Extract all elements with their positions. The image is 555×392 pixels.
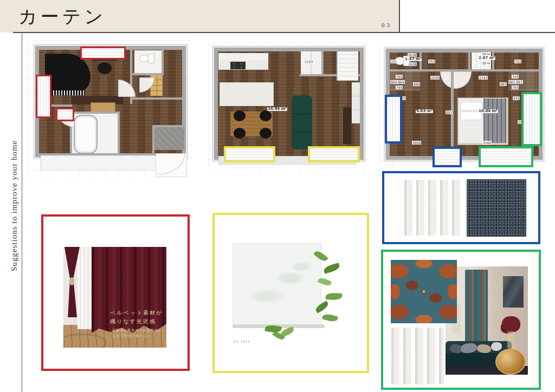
dim-label: 753 bbox=[428, 60, 435, 63]
leaf bbox=[325, 292, 342, 301]
velvet-curtain-photo: ベルベット素材が 織りなす光沢感 高級感と重厚感のある生地は まるで舞台の幕のよ… bbox=[63, 247, 166, 348]
floor-plan-ldk: 2103 24.94 m² bbox=[214, 48, 364, 160]
dim-label: 2038 bbox=[408, 62, 417, 66]
dim-label: 857 bbox=[446, 110, 453, 114]
entrance-tile bbox=[154, 127, 184, 150]
dim-label: 3974 bbox=[481, 52, 491, 56]
dim-label: 795 bbox=[396, 75, 403, 79]
header-bottom-rule bbox=[13, 32, 555, 33]
dining-chair bbox=[260, 110, 272, 121]
dim-label: 981 bbox=[500, 82, 507, 86]
curtain-tieback bbox=[69, 277, 74, 285]
dim-label: 864 864 bbox=[390, 80, 405, 84]
glass-vase bbox=[507, 331, 515, 349]
velvet-copy-body: 高級感と重厚感のある生地は まるで舞台の幕のよう。 bbox=[112, 328, 162, 338]
wall bbox=[162, 50, 164, 75]
paisley-fabric-swatch bbox=[391, 260, 457, 323]
dim-label: 984 bbox=[413, 82, 420, 86]
stairs bbox=[337, 51, 358, 81]
area-label: 1.47 m² bbox=[404, 57, 422, 61]
navy-fabric-swatch bbox=[467, 179, 526, 237]
sofa bbox=[292, 95, 312, 149]
floor-plan-piano-room bbox=[35, 46, 186, 157]
blanket bbox=[483, 99, 506, 143]
shelf-column bbox=[352, 82, 360, 123]
entry-door-arc bbox=[157, 154, 185, 175]
kitchen-cabinets bbox=[218, 53, 268, 60]
wall bbox=[132, 73, 163, 75]
dim-label: 861 867 bbox=[508, 80, 523, 84]
dim-label: 2103 bbox=[304, 60, 313, 63]
text-line: まるで舞台の幕のよう。 bbox=[112, 334, 162, 339]
page-number: 03 bbox=[382, 22, 392, 28]
area-label: 2.87 m² bbox=[478, 56, 495, 60]
cooktop bbox=[230, 62, 246, 69]
dim-label: 2747 bbox=[479, 76, 488, 80]
flower-bouquet bbox=[502, 316, 520, 332]
dim-label: 721 bbox=[390, 60, 397, 63]
leaf bbox=[323, 263, 340, 273]
roller-shade bbox=[233, 243, 321, 326]
window-highlight-blue-left bbox=[385, 95, 402, 143]
sheer-curtain bbox=[78, 247, 94, 329]
area-label: 9.63 m² bbox=[416, 109, 433, 113]
dim-label: 795 bbox=[512, 86, 519, 89]
patterned-curtain bbox=[465, 270, 488, 350]
desk-chair bbox=[98, 62, 112, 74]
bathtub bbox=[74, 115, 98, 154]
balcony-outline bbox=[41, 155, 161, 171]
window-highlight-yellow-left bbox=[224, 146, 275, 162]
window-highlight-green-bottom bbox=[479, 146, 533, 167]
leaf bbox=[322, 313, 338, 323]
sheer-curtain-swatch bbox=[401, 180, 460, 236]
gold-side-table bbox=[495, 349, 526, 375]
area-label: 10.04 m² bbox=[478, 109, 498, 113]
wall bbox=[468, 53, 470, 69]
side-vertical-label: Suggestions to improve your home bbox=[10, 140, 19, 271]
dim-label: 795 bbox=[396, 86, 403, 89]
sample-card-blue-fabrics bbox=[382, 171, 540, 244]
wall-art bbox=[503, 276, 524, 308]
dim-label: 2035 bbox=[430, 76, 440, 80]
dim-label: 795 bbox=[512, 75, 519, 79]
sample-card-red-velvet: ベルベット素材が 織りなす光沢感 高級感と重厚感のある生地は まるで舞台の幕のよ… bbox=[41, 214, 190, 371]
dim-label: 2950 bbox=[412, 141, 421, 145]
window-highlight-red-small bbox=[56, 108, 74, 121]
sheer-curtain-swatch bbox=[388, 328, 444, 384]
window-highlight-yellow-right bbox=[308, 146, 360, 162]
dim-label: 975 bbox=[513, 96, 520, 100]
wall bbox=[152, 126, 154, 153]
page-title: カーテン bbox=[18, 4, 106, 29]
toilet-tank bbox=[148, 54, 154, 63]
text-line: 織りなす光沢感 bbox=[110, 317, 163, 326]
left-margin-rule bbox=[22, 32, 22, 392]
window-highlight-green-right bbox=[521, 92, 542, 146]
wall bbox=[321, 51, 324, 76]
wall bbox=[132, 97, 184, 100]
product-code-caption: RS-1615 bbox=[233, 339, 250, 343]
text-line: ベルベット素材が bbox=[110, 309, 163, 317]
dim-label: 2038 bbox=[408, 53, 417, 57]
wall bbox=[70, 112, 120, 114]
header-right-rule bbox=[399, 0, 400, 33]
dining-chair bbox=[234, 110, 246, 121]
slide-canvas: カーテン 03 Suggestions to improve your home bbox=[0, 0, 555, 392]
closet bbox=[301, 51, 321, 75]
dim-label: 3974 bbox=[481, 61, 491, 65]
dim-label: 752 bbox=[514, 60, 521, 63]
window-highlight-red-top bbox=[80, 47, 126, 60]
window-highlight-red-left bbox=[36, 75, 51, 118]
tv-board bbox=[343, 107, 351, 144]
wall bbox=[492, 53, 494, 69]
floor-plan-bedrooms: 721 2038 1.47 m² 2038 753 3974 2.87 m² 3… bbox=[386, 49, 543, 160]
sample-card-yellow-roller: RS-1615 bbox=[212, 213, 369, 373]
porch bbox=[156, 153, 187, 177]
sample-card-green-pattern bbox=[381, 250, 541, 390]
wall bbox=[118, 112, 120, 153]
wall bbox=[152, 125, 184, 127]
dining-chair bbox=[234, 128, 246, 139]
kitchen-island bbox=[220, 82, 274, 106]
area-label: 24.94 m² bbox=[267, 107, 287, 111]
velvet-copy-heading: ベルベット素材が 織りなす光沢感 bbox=[110, 309, 163, 326]
roller-screen-photo bbox=[233, 243, 342, 338]
